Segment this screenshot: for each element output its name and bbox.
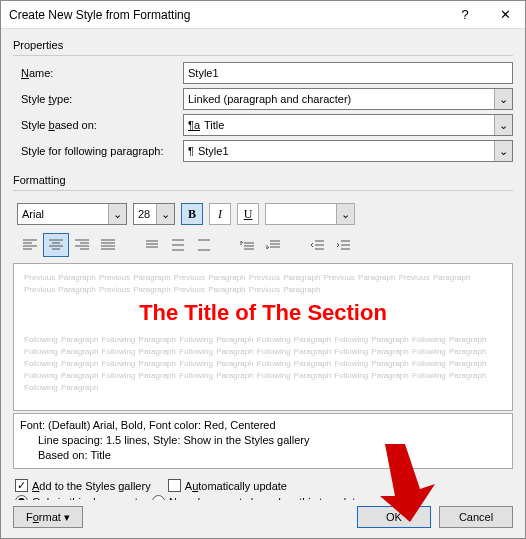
style-type-label: Style type: — [13, 93, 183, 105]
bold-button[interactable]: B — [181, 203, 203, 225]
auto-update-label: Automatically update — [185, 480, 287, 492]
desc-line: Based on: Title — [20, 448, 506, 463]
align-right-button[interactable] — [69, 233, 95, 257]
dialog-window: Create New Style from Formatting ? ✕ Pro… — [0, 0, 526, 539]
preview-ghost-previous: Previous Paragraph Previous Paragraph Pr… — [24, 272, 502, 296]
pilcrow-icon: ¶a — [188, 119, 200, 131]
align-left-button[interactable] — [17, 233, 43, 257]
chevron-down-icon: ⌄ — [494, 141, 512, 161]
desc-line: Line spacing: 1.5 lines, Style: Show in … — [20, 433, 506, 448]
add-to-gallery-checkbox[interactable] — [15, 479, 28, 492]
divider — [13, 55, 513, 56]
style-description: Font: (Default) Arial, Bold, Font color:… — [13, 413, 513, 469]
style-type-value: Linked (paragraph and character) — [188, 93, 351, 105]
following-combo[interactable]: ¶ Style1 ⌄ — [183, 140, 513, 162]
name-label: Name: — [13, 67, 183, 79]
formatting-section-label: Formatting — [13, 174, 513, 186]
divider — [13, 190, 513, 191]
preview-ghost-following: Following Paragraph Following Paragraph … — [24, 334, 502, 394]
font-color-button[interactable]: ⌄ — [265, 203, 355, 225]
font-combo[interactable]: Arial ⌄ — [17, 203, 127, 225]
preview-sample-text: The Title of The Section — [24, 300, 502, 326]
properties-section-label: Properties — [13, 39, 513, 51]
indent-increase-button[interactable] — [331, 233, 357, 257]
desc-line: Font: (Default) Arial, Bold, Font color:… — [20, 418, 506, 433]
name-input[interactable] — [183, 62, 513, 84]
font-size-combo[interactable]: 28 ⌄ — [133, 203, 175, 225]
based-on-combo[interactable]: ¶a Title ⌄ — [183, 114, 513, 136]
based-on-label: Style based on: — [13, 119, 183, 131]
font-size-value: 28 — [138, 208, 150, 220]
chevron-down-icon: ⌄ — [156, 204, 174, 224]
following-label: Style for following paragraph: — [13, 145, 183, 157]
add-to-gallery-label: Add to the Styles gallery — [32, 480, 151, 492]
space-before-inc-button[interactable] — [235, 233, 261, 257]
chevron-down-icon: ⌄ — [494, 89, 512, 109]
auto-update-checkbox[interactable] — [168, 479, 181, 492]
based-on-value: Title — [204, 119, 224, 131]
formatting-toolbar: Arial ⌄ 28 ⌄ B I U ⌄ — [17, 203, 513, 225]
style-type-combo[interactable]: Linked (paragraph and character) ⌄ — [183, 88, 513, 110]
spacing-double-button[interactable] — [191, 233, 217, 257]
italic-button[interactable]: I — [209, 203, 231, 225]
align-justify-button[interactable] — [95, 233, 121, 257]
underline-button[interactable]: U — [237, 203, 259, 225]
titlebar: Create New Style from Formatting ? ✕ — [1, 1, 525, 29]
pilcrow-icon: ¶ — [188, 145, 194, 157]
chevron-down-icon: ⌄ — [108, 204, 126, 224]
font-value: Arial — [22, 208, 44, 220]
chevron-down-icon: ⌄ — [494, 115, 512, 135]
format-button[interactable]: Format ▾ — [13, 506, 83, 528]
dialog-title: Create New Style from Formatting — [9, 8, 445, 22]
preview-pane: Previous Paragraph Previous Paragraph Pr… — [13, 263, 513, 411]
spacing-single-button[interactable] — [139, 233, 165, 257]
indent-decrease-button[interactable] — [305, 233, 331, 257]
spacing-15-button[interactable] — [165, 233, 191, 257]
chevron-down-icon: ⌄ — [336, 204, 354, 224]
cancel-button[interactable]: Cancel — [439, 506, 513, 528]
ok-button[interactable]: OK — [357, 506, 431, 528]
paragraph-toolbar — [17, 233, 513, 257]
close-button[interactable]: ✕ — [485, 1, 525, 29]
space-before-dec-button[interactable] — [261, 233, 287, 257]
align-center-button[interactable] — [43, 233, 69, 257]
following-value: Style1 — [198, 145, 229, 157]
help-button[interactable]: ? — [445, 1, 485, 29]
